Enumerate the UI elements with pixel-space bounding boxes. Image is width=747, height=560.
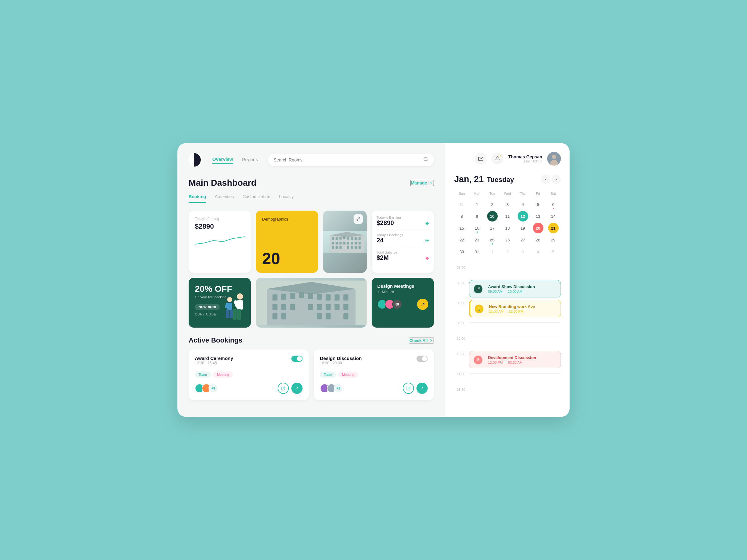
check-all-button[interactable]: Check All xyxy=(409,338,434,344)
cal-cell-20[interactable]: 20 xyxy=(533,223,543,233)
cal-cell-6[interactable]: 6 xyxy=(546,199,561,210)
svg-point-67 xyxy=(552,155,556,159)
avatar-count-2: +2 xyxy=(334,383,343,393)
earning-label: Today's Earning xyxy=(195,217,244,220)
time-line-930 xyxy=(469,322,561,323)
event-development[interactable]: 🎙 Development Discussion 12:00 PM — 03:3… xyxy=(469,351,561,368)
cal-cell-29[interactable]: 29 xyxy=(546,235,561,245)
balance-label: Total Balance xyxy=(377,250,429,254)
cal-prev-button[interactable]: ‹ xyxy=(541,175,550,184)
user-avatar xyxy=(547,152,561,165)
svg-rect-64 xyxy=(343,313,348,320)
cal-cell-28[interactable]: 28 xyxy=(531,235,546,245)
cal-next-button[interactable]: › xyxy=(551,175,561,184)
svg-rect-47 xyxy=(308,293,313,299)
svg-rect-25 xyxy=(351,246,353,249)
cal-label-sat: Sat xyxy=(546,190,561,196)
open-button-2[interactable]: ↗ xyxy=(416,383,428,394)
cal-cell-2[interactable]: 2 xyxy=(485,199,500,210)
cal-cell-12[interactable]: 12 xyxy=(518,211,528,221)
tag-team-1: Team xyxy=(195,371,211,378)
search-input[interactable] xyxy=(274,157,420,162)
booking-avatars-2: +2 xyxy=(320,383,343,393)
cal-cell-18[interactable]: 18 xyxy=(500,223,515,233)
cal-cell-2next[interactable]: 2 xyxy=(500,246,515,257)
second-row-cards: 20% OFF On your first booking NEWBIE20 C… xyxy=(189,278,434,328)
cal-cell-14[interactable]: 14 xyxy=(546,211,561,221)
cal-cell-30[interactable]: 30 xyxy=(454,246,469,257)
nav-reports[interactable]: Reports xyxy=(242,157,258,163)
cal-cell-10[interactable]: 10 xyxy=(487,211,498,221)
event-award-show[interactable]: 🎤 Award Show Discussion 09:00 AM — 10:00… xyxy=(469,280,561,297)
user-header: Thomas Gepsan Super Admin xyxy=(454,152,561,165)
tab-customization[interactable]: Customization xyxy=(242,194,270,203)
cal-label-thu: Thu xyxy=(515,190,531,196)
building-image xyxy=(323,211,367,273)
event-icon-dev: 🎙 xyxy=(474,355,483,364)
sub-tabs: Booking Amenities Customization Locality xyxy=(189,194,434,203)
open-button-1[interactable]: ↗ xyxy=(291,383,303,394)
cal-cell-1[interactable]: 1 xyxy=(469,199,485,210)
calendar-day: Tuesday xyxy=(487,176,514,184)
cal-cell-31prev[interactable]: 31 xyxy=(454,199,469,210)
time-label-8: 08:00 xyxy=(454,264,465,269)
cal-cell-26[interactable]: 26 xyxy=(500,235,515,245)
cal-cell-5[interactable]: 5 xyxy=(531,199,546,210)
manage-button[interactable]: Manage xyxy=(410,180,434,186)
svg-point-0 xyxy=(424,157,427,161)
svg-rect-38 xyxy=(226,310,229,318)
cal-cell-5next[interactable]: 5 xyxy=(546,246,561,257)
mail-button[interactable] xyxy=(475,153,487,165)
svg-rect-33 xyxy=(233,309,236,320)
edit-button-2[interactable] xyxy=(403,383,414,394)
notification-button[interactable] xyxy=(491,153,503,165)
svg-rect-11 xyxy=(355,237,357,240)
cal-cell-27[interactable]: 27 xyxy=(515,235,531,245)
cal-cell-3[interactable]: 3 xyxy=(500,199,515,210)
cal-cell-3next[interactable]: 3 xyxy=(515,246,531,257)
svg-point-35 xyxy=(227,297,232,302)
cal-cell-15[interactable]: 15 xyxy=(454,223,469,233)
cal-cell-22[interactable]: 22 xyxy=(454,235,469,245)
cal-cell-21[interactable]: 21 xyxy=(548,223,559,233)
booking-card-1: Award Ceremony 12:30 - 15:45 Team Meetin… xyxy=(189,349,309,400)
nav-overview[interactable]: Overview xyxy=(212,157,233,164)
expand-button[interactable] xyxy=(354,214,363,224)
cal-cell-1next[interactable]: 1 xyxy=(485,246,500,257)
logo xyxy=(189,153,202,167)
svg-rect-59 xyxy=(343,304,348,310)
meetings-arrow[interactable]: ↗ xyxy=(417,299,428,310)
svg-rect-43 xyxy=(272,294,277,300)
dashboard-header: Main Dashboard Manage xyxy=(189,178,434,188)
cal-cell-11[interactable]: 11 xyxy=(500,211,515,221)
avatar-count: 08 xyxy=(392,299,402,309)
booking-toggle-2[interactable] xyxy=(416,355,428,362)
time-label-1130: 11:30 xyxy=(454,386,465,391)
cal-cell-31[interactable]: 31 xyxy=(469,246,485,257)
svg-rect-9 xyxy=(347,237,349,240)
svg-rect-44 xyxy=(281,294,286,300)
cal-cell-13[interactable]: 13 xyxy=(531,211,546,221)
event-branding[interactable]: 💡 New Branding work Ave 11:00 AM — 12:30… xyxy=(469,300,561,317)
cal-cell-17[interactable]: 17 xyxy=(485,223,500,233)
event-dev-time: 12:00 PM — 03:30 AM xyxy=(488,361,536,364)
booking-toggle-1[interactable] xyxy=(291,355,303,362)
cal-cell-19[interactable]: 19 xyxy=(515,223,531,233)
event-area-1030: 🎙 Development Discussion 12:00 PM — 03:3… xyxy=(469,351,561,371)
svg-line-1 xyxy=(427,160,428,161)
svg-rect-55 xyxy=(308,304,313,310)
time-slot-1130: 11:30 xyxy=(454,386,561,402)
cal-cell-4[interactable]: 4 xyxy=(515,199,531,210)
tab-amenities[interactable]: Amenities xyxy=(215,194,234,203)
cal-cell-8[interactable]: 8 xyxy=(454,211,469,221)
cal-cell-25[interactable]: 25 xyxy=(485,235,500,245)
svg-rect-39 xyxy=(230,310,233,318)
tab-booking[interactable]: Booking xyxy=(189,194,206,203)
edit-button-1[interactable] xyxy=(278,383,289,394)
cal-cell-9[interactable]: 9 xyxy=(469,211,485,221)
cal-cell-16[interactable]: 16 xyxy=(469,223,485,233)
cal-cell-23[interactable]: 23 xyxy=(469,235,485,245)
bookings-value: 24 xyxy=(377,237,383,244)
cal-cell-4next[interactable]: 4 xyxy=(531,246,546,257)
tab-locality[interactable]: Locality xyxy=(279,194,293,203)
